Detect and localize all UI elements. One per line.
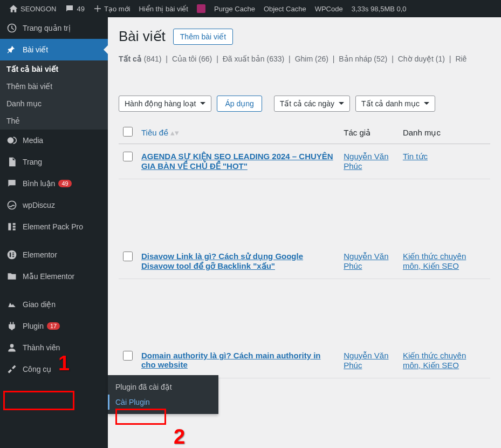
object-cache-link[interactable]: Object Cache <box>259 0 311 17</box>
bulk-action-select[interactable]: Hành động hàng loạt <box>119 96 211 112</box>
wpdiscuz-icon <box>6 200 17 211</box>
category-link[interactable]: Tin tức <box>403 152 428 161</box>
sidebar-item-elementor[interactable]: Elementor <box>0 244 108 266</box>
submenu-all-posts[interactable]: Tất cả bài viết <box>0 60 108 78</box>
svg-point-6 <box>8 250 17 260</box>
elementpack-icon <box>6 221 17 232</box>
table-row: Disavow Link là gì? Cách sử dụng Google … <box>119 244 490 279</box>
sidebar-label: Trang <box>23 158 42 166</box>
view-post-link[interactable]: Hiển thị bài viết <box>134 0 193 17</box>
tools-icon <box>6 364 17 375</box>
svg-point-1 <box>8 201 16 209</box>
sidebar-label: Thành viên <box>23 343 60 352</box>
svg-rect-10 <box>12 256 14 257</box>
col-author[interactable]: Tác giả <box>339 121 399 144</box>
category-filter-select[interactable]: Tất cả danh mục <box>355 96 435 112</box>
post-title-link[interactable]: Domain authority là gì? Cách main author… <box>141 351 321 369</box>
plus-icon <box>93 4 102 13</box>
svg-rect-7 <box>10 253 11 257</box>
svg-rect-2 <box>8 223 11 230</box>
filter-sticky[interactable]: Ghim <box>295 55 313 63</box>
home-icon <box>9 4 18 13</box>
filter-pending[interactable]: Chờ duyệt <box>398 55 434 63</box>
table-row: AGENDA SỰ KIỆN SEO LEADING 2024 – CHUYÊN… <box>119 144 490 179</box>
post-status-filters: Tất cả (841) | Của tôi (66) | Đã xuất bả… <box>119 55 490 63</box>
sidebar-label: Trang quản trị <box>23 24 71 32</box>
sidebar-label: Công cụ <box>23 365 51 374</box>
sidebar-item-tools[interactable]: Công cụ <box>0 358 108 380</box>
table-row: Domain authority là gì? Cách main author… <box>119 343 490 378</box>
comment-icon <box>6 178 17 189</box>
row-checkbox[interactable] <box>123 152 133 161</box>
plugin-flyout: Plugin đã cài đặt Cài Plugin <box>108 375 218 414</box>
sidebar-item-users[interactable]: Thành viên <box>0 337 108 358</box>
sidebar-item-comments[interactable]: Bình luận 49 <box>0 173 108 194</box>
annotation-number-2: 2 <box>174 425 185 448</box>
plugin-icon <box>6 321 17 331</box>
admin-bar: SEONGON 49 Tạo mới Hiển thị bài viết Pur… <box>0 0 501 17</box>
purge-cache-link[interactable]: Purge Cache <box>210 0 259 17</box>
sidebar-item-wpdiscuz[interactable]: wpDiscuz <box>0 194 108 216</box>
submenu-categories[interactable]: Danh mục <box>0 95 108 112</box>
filter-published[interactable]: Đã xuất bản <box>223 55 265 63</box>
filter-more[interactable]: Riê <box>455 55 466 63</box>
wpcode-link[interactable]: WPCode <box>311 0 347 17</box>
category-link[interactable]: Kiến thức chuyên môn, Kiến SEO <box>403 252 466 270</box>
new-label: Tạo mới <box>104 5 131 13</box>
sidebar-item-posts[interactable]: Bài viết <box>0 39 108 60</box>
sidebar-label: Element Pack Pro <box>23 222 83 231</box>
category-link[interactable]: Kiến thức chuyên môn, Kiến SEO <box>403 351 466 370</box>
annotation-number-1: 1 <box>58 352 70 375</box>
author-link[interactable]: Nguyễn Văn Phúc <box>344 351 388 370</box>
comment-badge: 49 <box>58 180 71 187</box>
yoast-link[interactable] <box>193 0 210 17</box>
post-title-link[interactable]: AGENDA SỰ KIỆN SEO LEADING 2024 – CHUYÊN… <box>141 152 333 171</box>
filter-draft[interactable]: Bản nháp <box>339 55 372 63</box>
sidebar-item-appearance[interactable]: Giao diện <box>0 294 108 315</box>
pages-icon <box>6 157 17 167</box>
add-new-button[interactable]: Thêm bài viết <box>173 29 233 45</box>
flyout-installed-plugins[interactable]: Plugin đã cài đặt <box>108 379 218 395</box>
sidebar-item-dashboard[interactable]: Trang quản trị <box>0 17 108 39</box>
sidebar-item-pages[interactable]: Trang <box>0 151 108 173</box>
page-header: Bài viết Thêm bài viết <box>119 28 490 45</box>
sidebar-label: Bình luận <box>23 179 55 188</box>
submenu-add-post[interactable]: Thêm bài viết <box>0 78 108 95</box>
admin-sidebar: Trang quản trị Bài viết Tất cả bài viết … <box>0 17 108 448</box>
submenu-tags[interactable]: Thẻ <box>0 112 108 130</box>
site-link[interactable]: SEONGON <box>4 0 60 17</box>
sidebar-label: Media <box>23 136 43 145</box>
sidebar-label: Mẫu Elementor <box>23 272 74 281</box>
sidebar-item-elementor-templates[interactable]: Mẫu Elementor <box>0 266 108 287</box>
new-content-link[interactable]: Tạo mới <box>89 0 135 17</box>
filter-all[interactable]: Tất cả <box>119 55 142 63</box>
row-checkbox[interactable] <box>123 252 133 261</box>
date-filter-select[interactable]: Tất cả các ngày <box>274 96 350 112</box>
sidebar-item-plugins[interactable]: Plugin 17 <box>0 315 108 337</box>
plugin-badge: 17 <box>47 322 60 330</box>
folder-icon <box>6 271 17 282</box>
row-checkbox[interactable] <box>123 351 133 361</box>
col-category[interactable]: Danh mục <box>399 121 490 144</box>
page-title: Bài viết <box>119 28 166 45</box>
sort-icon: ▴▾ <box>170 128 179 137</box>
svg-rect-3 <box>13 223 16 225</box>
media-icon <box>6 135 17 146</box>
perf-link[interactable]: 3,33s 98,5MB 0,0 <box>347 0 411 17</box>
sidebar-label: Giao diện <box>23 300 56 309</box>
filter-mine[interactable]: Của tôi <box>172 55 197 63</box>
sidebar-item-media[interactable]: Media <box>0 130 108 151</box>
post-title-link[interactable]: Disavow Link là gì? Cách sử dụng Google … <box>141 252 303 270</box>
sidebar-item-elementpack[interactable]: Element Pack Pro <box>0 216 108 237</box>
col-title[interactable]: Tiêu đề▴▾ <box>137 121 339 144</box>
comments-link[interactable]: 49 <box>60 0 88 17</box>
comment-icon <box>65 4 74 13</box>
sidebar-label: Bài viết <box>23 45 48 54</box>
author-link[interactable]: Nguyễn Văn Phúc <box>344 152 388 171</box>
flyout-add-plugin[interactable]: Cài Plugin <box>108 395 218 410</box>
select-all-checkbox[interactable] <box>123 127 133 137</box>
pin-icon <box>6 44 17 55</box>
svg-rect-4 <box>13 226 16 227</box>
author-link[interactable]: Nguyễn Văn Phúc <box>344 252 388 270</box>
apply-button[interactable]: Áp dụng <box>217 96 262 112</box>
